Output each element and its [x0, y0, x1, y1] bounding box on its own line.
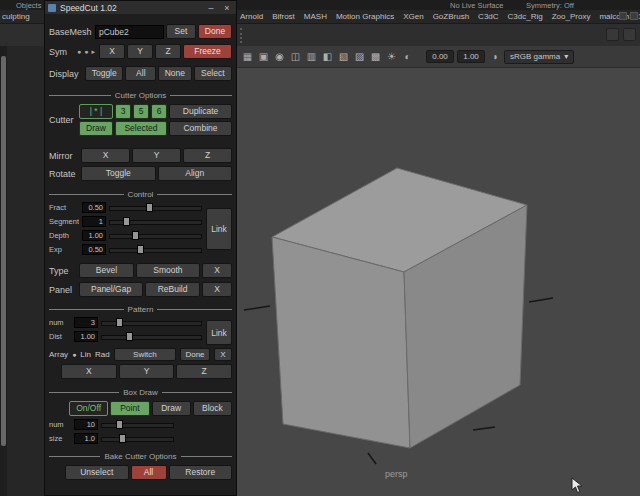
smooth-button[interactable]: Smooth [136, 263, 200, 278]
segment-slider[interactable] [109, 216, 202, 227]
num-value-field[interactable]: 3 [74, 317, 98, 328]
view-transform-icon[interactable]: ◑ [488, 50, 501, 63]
pattern-link-button[interactable]: Link [206, 320, 232, 345]
menu-c3dc-rig[interactable]: C3dc_Rig [508, 12, 543, 21]
array-done-button[interactable]: Done [180, 348, 210, 361]
film-gate-icon[interactable]: ▥ [305, 50, 318, 63]
combine-button[interactable]: Combine [169, 121, 232, 136]
dist-slider[interactable] [101, 331, 202, 342]
basemesh-field[interactable]: pCube2 [95, 25, 164, 39]
box-size-field[interactable]: 1.0 [74, 433, 98, 444]
display-select-button[interactable]: Select [194, 66, 232, 81]
array-x-button[interactable]: X [214, 348, 232, 361]
rotate-align-button[interactable]: Align [158, 166, 233, 181]
shelf-icon[interactable] [606, 28, 619, 41]
shelf-icon[interactable] [623, 28, 636, 41]
menu-xgen[interactable]: XGen [403, 12, 423, 21]
sym-radio-icon[interactable]: ● [84, 48, 88, 55]
rebuild-button[interactable]: ReBuild [145, 282, 200, 297]
block-button[interactable]: Block [193, 401, 232, 416]
unselect-button[interactable]: Unselect [65, 465, 129, 480]
draw-button[interactable]: Draw [79, 121, 113, 136]
shadows-icon[interactable]: ◐ [401, 50, 414, 63]
lin-option[interactable]: Lin [80, 350, 91, 359]
mirror-z-button[interactable]: Z [183, 148, 232, 163]
axis-x-button[interactable]: X [61, 364, 117, 379]
fract-slider[interactable] [109, 202, 202, 213]
live-surface-label[interactable]: No Live Surface [450, 1, 503, 10]
dist-value-field[interactable]: 1.00 [74, 331, 98, 342]
rad-option[interactable]: Rad [95, 350, 110, 359]
menu-arnold[interactable]: Arnold [240, 12, 263, 21]
field-chart-icon[interactable]: ▨ [353, 50, 366, 63]
slider-handle[interactable] [119, 434, 126, 443]
lin-radio-icon[interactable]: ● [72, 351, 76, 358]
onoff-button[interactable]: On/Off [69, 401, 108, 416]
sym-y-button[interactable]: Y [127, 44, 153, 59]
bevel-button[interactable]: Bevel [79, 263, 134, 278]
viewport[interactable]: ▦ ▣ ◉ ◫ ▥ ◧ ▧ ▨ ▩ ☀ ◐ 0.00 1.00 ◑ sRGB g… [237, 46, 640, 496]
slider-handle[interactable] [116, 420, 123, 429]
menu-zoo-proxy[interactable]: Zoo_Proxy [552, 12, 591, 21]
box-draw-button[interactable]: Draw [152, 401, 191, 416]
axis-z-button[interactable]: Z [176, 364, 232, 379]
slider-handle[interactable] [132, 231, 139, 240]
safe-action-icon[interactable]: ▩ [369, 50, 382, 63]
control-link-button[interactable]: Link [206, 208, 232, 250]
segment-value-field[interactable]: 1 [82, 216, 106, 227]
workspace-icon[interactable] [630, 12, 638, 20]
panel-gap-button[interactable]: Panel/Gap [79, 282, 143, 297]
axis-y-button[interactable]: Y [119, 364, 175, 379]
box-num-field[interactable]: 10 [74, 419, 98, 430]
box-size-slider[interactable] [101, 433, 174, 444]
menu-mash[interactable]: MASH [304, 12, 327, 21]
menu-gozbrush[interactable]: GoZBrush [433, 12, 469, 21]
scrollbar-thumb[interactable] [1, 56, 6, 446]
duplicate-button[interactable]: Duplicate [169, 104, 232, 119]
symmetry-status-label[interactable]: Symmetry: Off [526, 1, 574, 10]
slider-handle[interactable] [116, 318, 123, 327]
freeze-button[interactable]: Freeze [183, 44, 232, 59]
sym-flyout-icon[interactable]: ▸ [91, 48, 95, 56]
speedcut-titlebar[interactable]: SpeedCut 1.02 – × [45, 1, 236, 14]
camera-attributes-icon[interactable]: ◉ [273, 50, 286, 63]
sym-x-button[interactable]: X [99, 44, 125, 59]
cube-mesh[interactable] [237, 46, 640, 496]
lock-camera-icon[interactable]: ▣ [257, 50, 270, 63]
mirror-y-button[interactable]: Y [132, 148, 181, 163]
set-button[interactable]: Set [166, 24, 196, 39]
gamma-field[interactable]: 1.00 [457, 50, 485, 63]
point-button[interactable]: Point [110, 401, 149, 416]
slider-handle[interactable] [126, 332, 133, 341]
menu-sculpting-partial[interactable]: culpting [2, 12, 30, 21]
restore-button[interactable]: Restore [169, 465, 233, 480]
shelf-arrow-icon[interactable] [619, 12, 627, 20]
shelf-handle-icon[interactable] [240, 28, 242, 43]
display-none-button[interactable]: None [158, 66, 191, 81]
lights-icon[interactable]: ☀ [385, 50, 398, 63]
sym-z-button[interactable]: Z [155, 44, 181, 59]
done-button[interactable]: Done [198, 24, 232, 39]
slider-handle[interactable] [137, 245, 144, 254]
switch-button[interactable]: Switch [114, 348, 176, 361]
display-toggle-button[interactable]: Toggle [85, 66, 123, 81]
resolution-gate-icon[interactable]: ◧ [321, 50, 334, 63]
type-x-button[interactable]: X [202, 263, 232, 278]
cutter-star-button[interactable]: | * | [79, 104, 113, 119]
image-plane-icon[interactable]: ◫ [289, 50, 302, 63]
cutter-3-button[interactable]: 3 [115, 104, 131, 119]
exp-slider[interactable] [109, 244, 202, 255]
fract-value-field[interactable]: 0.50 [82, 202, 106, 213]
menu-motion-graphics[interactable]: Motion Graphics [336, 12, 394, 21]
cutter-6-button[interactable]: 6 [151, 104, 167, 119]
select-camera-icon[interactable]: ▦ [241, 50, 254, 63]
box-num-slider[interactable] [101, 419, 174, 430]
cube-front-face[interactable] [272, 237, 410, 448]
slider-handle[interactable] [146, 203, 153, 212]
color-space-dropdown[interactable]: sRGB gamma ▾ [504, 50, 574, 64]
minimize-icon[interactable]: – [205, 3, 217, 13]
menu-bifrost[interactable]: Bifrost [272, 12, 295, 21]
bake-all-button[interactable]: All [131, 465, 167, 480]
menu-c3dc[interactable]: C3dC [478, 12, 498, 21]
gate-mask-icon[interactable]: ▧ [337, 50, 350, 63]
